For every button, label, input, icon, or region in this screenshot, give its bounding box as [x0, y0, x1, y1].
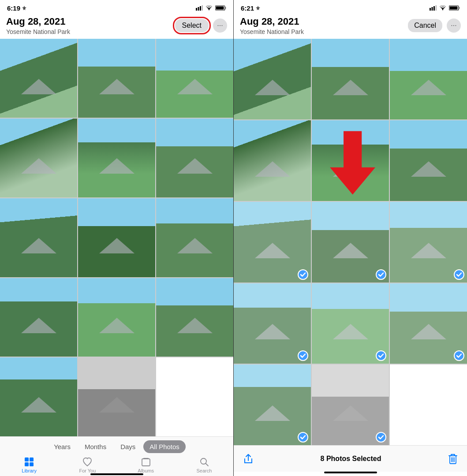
- selection-check: [376, 432, 386, 443]
- svg-rect-22: [459, 7, 460, 9]
- right-home-bar: [324, 472, 377, 473]
- tab-for-you[interactable]: For You: [74, 457, 101, 473]
- photo-cell[interactable]: [234, 39, 311, 119]
- left-header-date: Aug 28, 2021: [6, 16, 70, 27]
- photo-cell-empty: [390, 364, 467, 445]
- right-signal-icon: [430, 5, 437, 11]
- photo-cell[interactable]: [0, 357, 77, 436]
- photo-cell[interactable]: [156, 39, 233, 118]
- photo-cell-selected[interactable]: [390, 283, 467, 364]
- for-you-icon: [82, 457, 93, 467]
- right-phone-panel: 6:21: [234, 0, 467, 476]
- svg-rect-17: [432, 7, 433, 11]
- right-status-bar: 6:21: [234, 0, 467, 14]
- photo-cell[interactable]: [0, 119, 77, 197]
- photo-cell[interactable]: [156, 278, 233, 357]
- photo-cell-selected[interactable]: [234, 202, 311, 283]
- photo-cell-selected[interactable]: [312, 283, 389, 364]
- photo-cell[interactable]: [234, 120, 311, 201]
- photo-cell[interactable]: [312, 39, 389, 119]
- search-label: Search: [196, 468, 212, 473]
- svg-rect-1: [198, 7, 199, 11]
- photo-cell[interactable]: [156, 119, 233, 197]
- svg-rect-16: [430, 8, 431, 11]
- tab-albums[interactable]: Albums: [133, 457, 159, 473]
- photo-cell-selected[interactable]: [234, 283, 311, 364]
- photo-cell-empty: [156, 357, 233, 436]
- more-label: ···: [217, 22, 223, 30]
- svg-point-4: [209, 9, 209, 10]
- filter-months[interactable]: Months: [78, 440, 112, 453]
- svg-rect-23: [450, 7, 458, 10]
- photo-cell[interactable]: [0, 198, 77, 277]
- svg-rect-8: [25, 457, 29, 461]
- share-button[interactable]: [243, 453, 254, 465]
- selection-check: [454, 350, 464, 361]
- photo-cell[interactable]: [0, 39, 77, 118]
- left-status-time: 6:19: [7, 4, 26, 12]
- svg-rect-10: [25, 462, 29, 466]
- photo-cell[interactable]: [78, 39, 155, 118]
- right-wifi-icon: [439, 5, 446, 11]
- right-header-title-group: Aug 28, 2021 Yosemite National Park: [240, 16, 304, 35]
- photo-cell[interactable]: [78, 198, 155, 277]
- photo-cell[interactable]: [312, 120, 389, 201]
- for-you-label: For You: [79, 468, 96, 473]
- right-header-actions: Cancel ···: [408, 19, 461, 33]
- tab-library[interactable]: Library: [16, 457, 42, 473]
- svg-marker-24: [330, 131, 375, 195]
- left-status-icons: [196, 5, 226, 11]
- right-more-label: ···: [451, 22, 456, 30]
- battery-icon: [215, 5, 226, 11]
- trash-icon: [448, 453, 458, 465]
- left-header-title-group: Aug 28, 2021 Yosemite National Park: [6, 16, 70, 35]
- right-time-text: 6:21: [241, 4, 254, 12]
- albums-label: Albums: [138, 468, 154, 473]
- select-button[interactable]: Select: [175, 19, 209, 32]
- svg-rect-6: [225, 7, 226, 9]
- left-header-actions: Select ···: [175, 19, 227, 33]
- photo-cell[interactable]: [78, 119, 155, 197]
- svg-rect-13: [143, 458, 149, 459]
- svg-rect-12: [142, 459, 150, 466]
- left-tab-nav: Library For You Albums: [0, 455, 233, 473]
- svg-rect-19: [436, 5, 437, 11]
- photo-cell[interactable]: [390, 120, 467, 201]
- right-location-icon: [256, 6, 260, 10]
- svg-rect-7: [216, 7, 224, 10]
- photo-cell-selected[interactable]: [390, 202, 467, 283]
- left-phone-panel: 6:19: [0, 0, 233, 476]
- library-icon: [24, 457, 34, 467]
- photo-cell-selected[interactable]: [234, 364, 311, 445]
- photo-cell-bw-selected[interactable]: [312, 364, 389, 445]
- photo-cell[interactable]: [78, 278, 155, 357]
- library-label: Library: [22, 468, 37, 473]
- right-photo-grid: [234, 39, 467, 445]
- selection-check: [298, 269, 308, 280]
- more-button[interactable]: ···: [213, 19, 227, 33]
- left-home-indicator: [0, 473, 233, 476]
- location-icon: [22, 6, 26, 10]
- photo-cell[interactable]: [156, 198, 233, 277]
- selection-bar: 8 Photos Selected: [234, 445, 467, 472]
- photo-cell-bw[interactable]: [78, 357, 155, 436]
- delete-button[interactable]: [448, 453, 458, 465]
- left-time-text: 6:19: [7, 4, 20, 12]
- right-status-time: 6:21: [241, 4, 260, 12]
- right-battery-icon: [449, 5, 460, 11]
- selection-check: [454, 269, 464, 280]
- tab-search[interactable]: Search: [191, 457, 217, 473]
- left-filter-bar: Years Months Days All Photos: [0, 437, 233, 455]
- filter-years[interactable]: Years: [48, 440, 77, 453]
- photo-cell[interactable]: [0, 278, 77, 357]
- photo-cell-selected[interactable]: [312, 202, 389, 283]
- svg-point-20: [442, 9, 443, 10]
- photo-cell[interactable]: [390, 39, 467, 119]
- right-more-button[interactable]: ···: [447, 19, 461, 33]
- selection-check: [298, 350, 308, 361]
- filter-all-photos[interactable]: All Photos: [143, 440, 186, 453]
- cancel-button[interactable]: Cancel: [408, 19, 442, 32]
- svg-line-15: [205, 464, 208, 466]
- filter-days[interactable]: Days: [114, 440, 142, 453]
- share-icon: [243, 453, 254, 465]
